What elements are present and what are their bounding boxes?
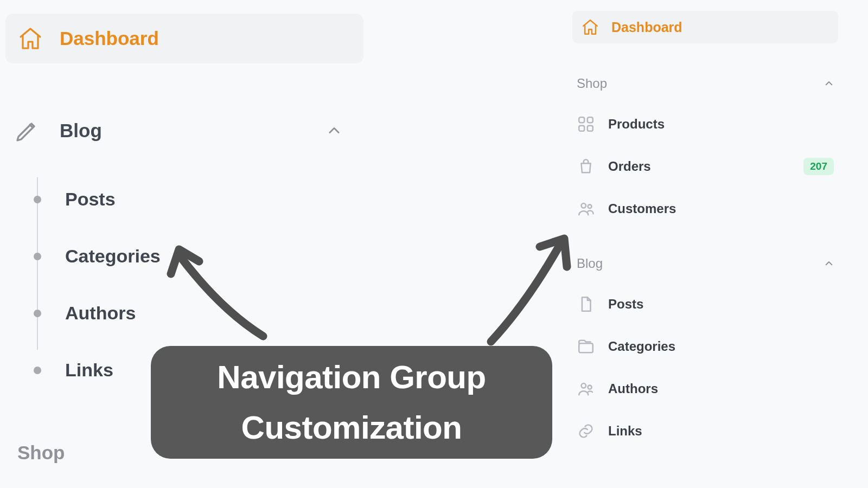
- nav-group-shop-left[interactable]: Shop: [17, 442, 65, 464]
- annotation-callout: Navigation Group Customization: [151, 346, 552, 459]
- svg-rect-2: [579, 126, 584, 131]
- nav-item-categories-right[interactable]: Categories: [572, 337, 838, 356]
- blog-group-label: Blog: [577, 256, 603, 271]
- bullet-icon: [34, 367, 41, 374]
- users-icon: [577, 380, 595, 398]
- products-label: Products: [608, 117, 665, 132]
- nav-item-orders[interactable]: Orders 207: [572, 157, 838, 176]
- orders-count-badge: 207: [803, 158, 834, 175]
- shopping-bag-icon: [577, 157, 595, 176]
- nav-item-authors[interactable]: Authors: [30, 285, 363, 342]
- chevron-up-icon[interactable]: [824, 259, 834, 268]
- nav-item-posts[interactable]: Posts: [30, 171, 363, 228]
- shop-group-label: Shop: [577, 76, 607, 91]
- authors-label: Authors: [608, 381, 658, 396]
- nav-item-categories[interactable]: Categories: [30, 228, 363, 285]
- nav-item-products[interactable]: Products: [572, 115, 838, 133]
- dashboard-label: Dashboard: [60, 28, 159, 49]
- home-icon: [581, 18, 599, 36]
- bullet-icon: [34, 253, 41, 260]
- chevron-up-icon[interactable]: [327, 123, 342, 138]
- blog-group-label: Blog: [60, 120, 102, 142]
- bullet-icon: [34, 196, 41, 203]
- nav-item-links-right[interactable]: Links: [572, 422, 838, 440]
- annotation-arrow-right: [483, 233, 575, 347]
- nav-item-customers[interactable]: Customers: [572, 200, 838, 218]
- users-group-icon: [577, 200, 595, 218]
- chevron-up-icon[interactable]: [824, 79, 834, 88]
- nav-item-authors-right[interactable]: Authors: [572, 380, 838, 398]
- grid-icon: [577, 115, 595, 133]
- nav-group-shop-right[interactable]: Shop: [572, 76, 838, 91]
- svg-point-7: [582, 383, 586, 388]
- categories-label: Categories: [65, 246, 161, 267]
- categories-label: Categories: [608, 339, 675, 354]
- svg-rect-3: [588, 126, 593, 131]
- nav-item-posts-right[interactable]: Posts: [572, 295, 838, 313]
- links-label: Links: [608, 423, 642, 439]
- dashboard-label: Dashboard: [611, 20, 682, 35]
- bullet-icon: [34, 310, 41, 317]
- right-sidebar-example: Dashboard Shop Products Orders 207: [572, 11, 838, 440]
- nav-group-blog-right[interactable]: Blog: [572, 256, 838, 271]
- orders-label: Orders: [608, 159, 651, 174]
- shop-group-label: Shop: [17, 442, 65, 463]
- document-icon: [577, 295, 595, 313]
- svg-rect-6: [579, 343, 593, 352]
- nav-item-dashboard-left[interactable]: Dashboard: [5, 14, 363, 63]
- svg-point-4: [582, 203, 586, 208]
- pencil-icon: [14, 118, 40, 144]
- home-icon: [17, 25, 43, 52]
- posts-label: Posts: [65, 189, 116, 210]
- nav-group-blog-left[interactable]: Blog: [5, 118, 363, 144]
- svg-rect-1: [588, 117, 593, 123]
- left-sidebar-example: Dashboard Blog Posts Categories Authors …: [5, 14, 363, 399]
- callout-line-1: Navigation Group: [217, 352, 486, 402]
- link-icon: [577, 422, 595, 440]
- authors-label: Authors: [65, 303, 136, 324]
- posts-label: Posts: [608, 297, 643, 312]
- svg-point-5: [588, 204, 592, 208]
- links-label: Links: [65, 359, 113, 381]
- svg-point-8: [588, 386, 592, 389]
- svg-rect-0: [579, 117, 584, 123]
- folder-icon: [577, 337, 595, 356]
- nav-item-dashboard-right[interactable]: Dashboard: [572, 11, 838, 43]
- customers-label: Customers: [608, 201, 676, 216]
- callout-line-2: Customization: [241, 402, 462, 453]
